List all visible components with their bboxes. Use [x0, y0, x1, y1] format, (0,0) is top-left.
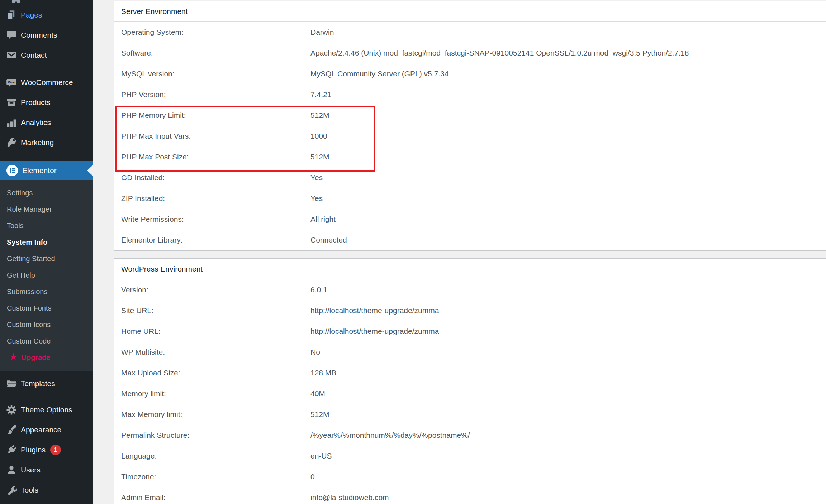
table-row: Operating System:Darwin: [114, 22, 826, 43]
row-label: Version:: [121, 285, 310, 294]
submenu-item-tools[interactable]: Tools: [0, 217, 93, 234]
paintbrush-icon: [6, 424, 17, 435]
row-value: 0: [310, 472, 826, 481]
table-row: Admin Email:info@la-studioweb.com: [114, 487, 826, 504]
admin-sidebar: Pages Comments Contact Woo WooCommerce: [0, 0, 93, 504]
row-value: 1000: [310, 132, 826, 140]
table-row: Max Upload Size:128 MB: [114, 363, 826, 383]
sidebar-item-label: Comments: [21, 31, 57, 39]
sidebar-item-marketing[interactable]: Marketing: [0, 133, 93, 153]
sidebar-item-analytics[interactable]: Analytics: [0, 112, 93, 133]
plugin-icon: [6, 445, 17, 455]
submenu-item-upgrade[interactable]: ★ Upgrade: [0, 349, 93, 366]
sidebar-item-contact[interactable]: Contact: [0, 45, 93, 65]
row-label: PHP Memory Limit:: [121, 111, 310, 120]
sidebar-item-label: Elementor: [22, 166, 57, 175]
table-row: Max Memory limit:512M: [114, 404, 826, 425]
table-row: ZIP Installed:Yes: [114, 188, 826, 209]
table-row: Home URL:http://localhost/theme-upgrade/…: [114, 321, 826, 342]
submenu-item-get-help[interactable]: Get Help: [0, 267, 93, 283]
row-label: Language:: [121, 452, 310, 460]
row-label: Software:: [121, 49, 310, 57]
sidebar-item-tools[interactable]: Tools: [0, 480, 93, 500]
user-icon: [6, 465, 17, 475]
submenu-item-role-manager[interactable]: Role Manager: [0, 201, 93, 217]
table-row: Software:Apache/2.4.46 (Unix) mod_fastcg…: [114, 43, 826, 63]
row-value: Connected: [310, 236, 826, 244]
submenu-item-submissions[interactable]: Submissions: [0, 283, 93, 300]
table-row: Permalink Structure:/%year%/%monthnum%/%…: [114, 425, 826, 446]
row-label: PHP Version:: [121, 90, 310, 99]
table-row: Language:en-US: [114, 446, 826, 466]
sidebar-item-products[interactable]: Products: [0, 92, 93, 112]
sidebar-item-label: Marketing: [21, 138, 54, 147]
sidebar-item-templates[interactable]: Templates: [0, 374, 93, 394]
row-label: Admin Email:: [121, 493, 310, 502]
sidebar-item-label: WooCommerce: [21, 78, 73, 87]
submenu-item-custom-code[interactable]: Custom Code: [0, 333, 93, 349]
section-title: WordPress Environment: [121, 265, 203, 273]
menu-separator: [0, 153, 93, 161]
row-label: Memory limit:: [121, 389, 310, 398]
row-value: Yes: [310, 173, 826, 182]
sidebar-item-plugins[interactable]: Plugins 1: [0, 440, 93, 460]
wordpress-environment-rows: Version:6.0.1 Site URL:http://localhost/…: [114, 279, 826, 504]
sidebar-item-label: Appearance: [21, 426, 61, 434]
folder-icon: [6, 378, 17, 389]
submenu-item-getting-started[interactable]: Getting Started: [0, 250, 93, 267]
row-value: en-US: [310, 452, 826, 460]
row-label: Elementor Library:: [121, 236, 310, 244]
sidebar-item-label: Tools: [21, 486, 38, 494]
row-label: Max Upload Size:: [121, 369, 310, 377]
comments-icon: [6, 30, 17, 40]
sidebar-item-label: Users: [21, 466, 41, 474]
row-label: WP Multisite:: [121, 348, 310, 356]
submenu-item-system-info[interactable]: System Info: [0, 234, 93, 250]
table-row: Elementor Library:Connected: [114, 230, 826, 250]
row-label: PHP Max Input Vars:: [121, 132, 310, 140]
row-value: info@la-studioweb.com: [310, 493, 826, 502]
table-row: WP Multisite:No: [114, 342, 826, 363]
server-environment-rows: Operating System:Darwin Software:Apache/…: [114, 22, 826, 250]
table-row: Write Permissions:All right: [114, 209, 826, 230]
submenu-item-custom-icons[interactable]: Custom Icons: [0, 316, 93, 333]
submenu-item-custom-fonts[interactable]: Custom Fonts: [0, 300, 93, 316]
sidebar-item-comments[interactable]: Comments: [0, 25, 93, 45]
sidebar-item-users[interactable]: Users: [0, 460, 93, 480]
sidebar-item-label: Templates: [21, 379, 55, 388]
section-header: WordPress Environment: [114, 259, 826, 279]
star-icon: ★: [9, 352, 18, 362]
sidebar-item-appearance[interactable]: Appearance: [0, 420, 93, 440]
sidebar-item-theme-options[interactable]: Theme Options: [0, 400, 93, 420]
row-label: MySQL version:: [121, 69, 310, 78]
row-value: Darwin: [310, 28, 826, 37]
table-row: PHP Max Input Vars:1000: [114, 126, 826, 147]
row-label: Timezone:: [121, 472, 310, 481]
admin-menu: Pages Comments Contact Woo WooCommerce: [0, 0, 93, 500]
mail-icon: [6, 50, 17, 61]
submenu-item-settings[interactable]: Settings: [0, 184, 93, 201]
woocommerce-icon: Woo: [6, 77, 17, 88]
row-label: Home URL:: [121, 327, 310, 336]
sidebar-item-label: Theme Options: [21, 405, 72, 414]
table-row: MySQL version:MySQL Community Server (GP…: [114, 63, 826, 84]
system-info-content: Server Environment Operating System:Darw…: [114, 1, 826, 504]
row-label: Operating System:: [121, 28, 310, 37]
sidebar-item-woocommerce[interactable]: Woo WooCommerce: [0, 72, 93, 92]
row-value: Yes: [310, 194, 826, 203]
row-label: GD Installed:: [121, 173, 310, 182]
wrench-icon: [6, 485, 17, 495]
row-value: 512M: [310, 410, 826, 419]
row-label: PHP Max Post Size:: [121, 153, 310, 161]
bar-chart-icon: [6, 117, 17, 128]
row-value: /%year%/%monthnum%/%day%/%postname%/: [310, 431, 826, 440]
table-row: Memory limit:40M: [114, 383, 826, 404]
row-value: Apache/2.4.46 (Unix) mod_fastcgi/mod_fas…: [310, 49, 826, 57]
sidebar-item-elementor[interactable]: Elementor: [0, 161, 93, 180]
row-value: 7.4.21: [310, 90, 826, 99]
row-label: ZIP Installed:: [121, 194, 310, 203]
sidebar-item-label: Contact: [21, 51, 47, 59]
row-value: All right: [310, 215, 826, 224]
sidebar-item-pages[interactable]: Pages: [0, 5, 93, 25]
elementor-submenu: Settings Role Manager Tools System Info …: [0, 180, 93, 371]
